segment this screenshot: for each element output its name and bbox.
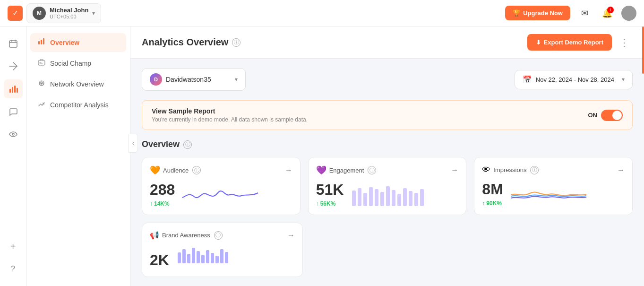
sidebar-collapse-handle[interactable]: ‹ bbox=[129, 134, 138, 153]
impressions-values: 8M ↑ 90K% bbox=[482, 181, 503, 207]
svg-rect-25 bbox=[182, 249, 186, 263]
overview-info-icon[interactable]: ⓘ bbox=[183, 140, 192, 149]
social-champ-icon bbox=[38, 59, 45, 68]
page-title: Analytics Overview bbox=[142, 37, 228, 48]
brand-awareness-mini-chart bbox=[177, 245, 295, 269]
engagement-card: 💜 Engagement ⓘ → 51K ↑ 56K% bbox=[308, 157, 467, 215]
svg-rect-12 bbox=[358, 188, 361, 206]
svg-rect-9 bbox=[38, 61, 45, 65]
sidebar-icon-add[interactable]: + bbox=[4, 237, 23, 256]
audience-value: 288 bbox=[150, 181, 175, 199]
date-dropdown-icon: ▾ bbox=[622, 76, 625, 83]
competitor-analysis-label: Competitor Analysis bbox=[50, 101, 109, 109]
engagement-arrow[interactable]: → bbox=[451, 166, 458, 174]
overview-cards-grid: 🧡 Audience ⓘ → 288 ↑ 14K% bbox=[142, 157, 633, 215]
impressions-card-body: 8M ↑ 90K% bbox=[482, 181, 625, 207]
engagement-title-row: 💜 Engagement ⓘ bbox=[316, 165, 377, 175]
app-logo: ✓ bbox=[8, 6, 23, 21]
sidebar-icon-calendar[interactable] bbox=[4, 34, 23, 53]
svg-rect-32 bbox=[215, 256, 219, 263]
content-body: D Davidwatson35 ▾ 📅 Nov 22, 2024 - Nov 2… bbox=[130, 59, 644, 286]
main-layout: + ? Overview Social Champ Network Overvi… bbox=[0, 26, 644, 286]
svg-rect-33 bbox=[220, 249, 223, 263]
impressions-info-icon[interactable]: ⓘ bbox=[530, 166, 539, 174]
network-overview-label: Network Overview bbox=[50, 80, 104, 88]
sidebar-icon-help[interactable]: ? bbox=[4, 260, 23, 278]
scroll-indicator bbox=[642, 26, 644, 74]
impressions-title: Impressions bbox=[493, 166, 526, 173]
brand-awareness-value: 2K bbox=[150, 251, 169, 269]
user-name: Micheal John bbox=[50, 7, 88, 14]
sidebar-item-overview[interactable]: Overview bbox=[30, 33, 126, 52]
toggle-knob bbox=[612, 111, 622, 120]
impressions-title-row: 👁 Impressions ⓘ bbox=[482, 165, 539, 175]
svg-rect-17 bbox=[386, 186, 390, 206]
sidebar-item-social-champ[interactable]: Social Champ bbox=[30, 54, 126, 73]
svg-rect-8 bbox=[43, 38, 44, 44]
brand-awareness-info-icon[interactable]: ⓘ bbox=[214, 231, 223, 240]
sidebar-item-competitor-analysis[interactable]: Competitor Analysis bbox=[30, 95, 126, 114]
up-arrow-icon: ↑ bbox=[150, 200, 153, 207]
audience-info-icon[interactable]: ⓘ bbox=[192, 166, 201, 174]
audience-card: 🧡 Audience ⓘ → 288 ↑ 14K% bbox=[142, 157, 301, 215]
messages-button[interactable]: ✉ bbox=[576, 5, 593, 22]
sidebar-icon-publish[interactable] bbox=[4, 57, 23, 76]
banner-text: View Sample Report You're currently in d… bbox=[152, 107, 308, 123]
download-icon: ⬇ bbox=[536, 39, 541, 46]
analytics-info-icon[interactable]: ⓘ bbox=[232, 38, 240, 47]
engagement-title: Engagement bbox=[329, 167, 364, 174]
svg-rect-29 bbox=[201, 255, 205, 263]
svg-rect-15 bbox=[375, 189, 378, 206]
engagement-info-icon[interactable]: ⓘ bbox=[368, 166, 376, 174]
overview-section-title-row: Overview ⓘ bbox=[142, 139, 633, 149]
impressions-value: 8M bbox=[482, 181, 503, 198]
sidebar-icon-listen[interactable] bbox=[4, 125, 23, 144]
notifications-button[interactable]: 🔔 1 bbox=[599, 5, 616, 22]
engagement-icon: 💜 bbox=[316, 165, 326, 175]
impressions-arrow[interactable]: → bbox=[617, 166, 625, 174]
profile-avatar[interactable] bbox=[621, 6, 636, 21]
calendar-icon: 📅 bbox=[523, 75, 532, 84]
more-options-button[interactable]: ⋮ bbox=[616, 35, 633, 50]
svg-rect-30 bbox=[206, 250, 209, 263]
user-text: Micheal John UTC+05:00 bbox=[50, 7, 88, 19]
brand-awareness-title-row: 📢 Brand Awareness ⓘ bbox=[150, 231, 223, 240]
brand-awareness-values: 2K bbox=[150, 251, 169, 269]
account-name: Davidwatson35 bbox=[166, 76, 231, 83]
audience-values: 288 ↑ 14K% bbox=[150, 181, 175, 207]
sidebar-icon-engage[interactable] bbox=[4, 102, 23, 121]
account-selector[interactable]: D Davidwatson35 ▾ bbox=[142, 68, 246, 91]
content-header: Analytics Overview ⓘ ⬇ Export Demo Repor… bbox=[130, 26, 644, 59]
more-icon: ⋮ bbox=[619, 37, 629, 48]
upgrade-button[interactable]: 🏆 Upgrade Now bbox=[505, 6, 570, 20]
sidebar-icon-analytics[interactable] bbox=[4, 79, 23, 98]
bottom-cards-grid: 📢 Brand Awareness ⓘ → 2K bbox=[142, 223, 633, 277]
plus-icon: + bbox=[10, 241, 16, 252]
sidebar-item-network-overview[interactable]: Network Overview bbox=[30, 75, 126, 94]
brand-awareness-body: 2K bbox=[150, 245, 295, 269]
topbar-left: ✓ M Micheal John UTC+05:00 ▾ bbox=[8, 3, 101, 23]
svg-rect-4 bbox=[17, 88, 18, 93]
impressions-mini-chart bbox=[511, 183, 625, 207]
export-button[interactable]: ⬇ Export Demo Report bbox=[527, 34, 612, 51]
filters-row: D Davidwatson35 ▾ 📅 Nov 22, 2024 - Nov 2… bbox=[142, 68, 633, 91]
svg-rect-23 bbox=[420, 189, 424, 206]
competitor-icon bbox=[38, 100, 45, 110]
brand-awareness-arrow[interactable]: → bbox=[287, 231, 295, 240]
banner-toggle-row: ON bbox=[588, 110, 623, 121]
audience-title-row: 🧡 Audience ⓘ bbox=[150, 165, 201, 175]
dropdown-icon: ▾ bbox=[92, 10, 95, 17]
demo-mode-toggle[interactable] bbox=[601, 110, 623, 121]
date-range-selector[interactable]: 📅 Nov 22, 2024 - Nov 28, 2024 ▾ bbox=[515, 70, 633, 89]
audience-arrow[interactable]: → bbox=[285, 166, 292, 174]
impressions-change: ↑ 90K% bbox=[482, 200, 503, 207]
user-info-button[interactable]: M Micheal John UTC+05:00 ▾ bbox=[26, 3, 101, 23]
sidebar-nav: Overview Social Champ Network Overview C… bbox=[26, 26, 130, 286]
audience-icon: 🧡 bbox=[150, 165, 160, 175]
trophy-icon: 🏆 bbox=[513, 9, 520, 17]
svg-rect-6 bbox=[38, 41, 40, 44]
svg-rect-14 bbox=[369, 187, 373, 206]
engagement-mini-chart bbox=[351, 183, 458, 207]
brand-awareness-card: 📢 Brand Awareness ⓘ → 2K bbox=[142, 223, 303, 277]
engagement-card-body: 51K ↑ 56K% bbox=[316, 181, 459, 207]
